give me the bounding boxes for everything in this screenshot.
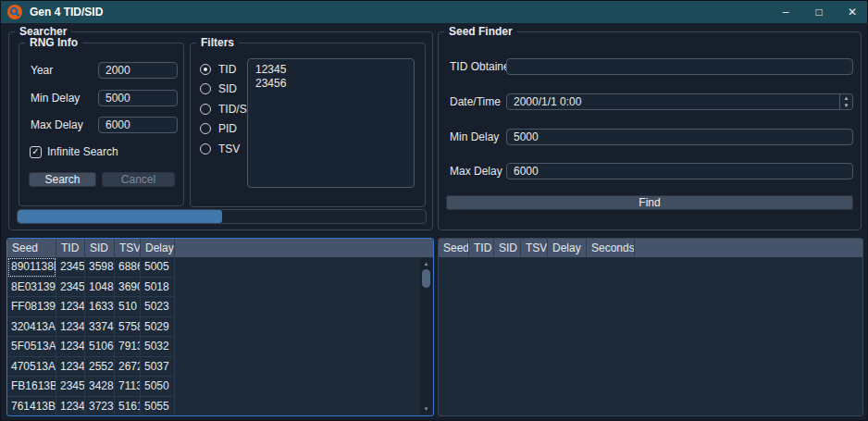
table-cell[interactable]: 23456 <box>56 257 85 278</box>
table-row[interactable]: FB1613BA234563428271135050 <box>7 377 433 397</box>
column-header-delay[interactable]: Delay <box>141 239 175 257</box>
table-cell[interactable]: 10481 <box>85 278 115 298</box>
radio-tid[interactable]: TID <box>200 63 236 76</box>
radio-sid-icon[interactable] <box>200 83 211 94</box>
table-cell[interactable]: 5758 <box>115 317 141 338</box>
min-delay-label: Min Delay <box>31 91 80 106</box>
table-cell[interactable]: 35989 <box>85 257 115 278</box>
close-button[interactable]: ✕ <box>836 1 868 23</box>
table-cell[interactable]: 12345 <box>56 337 85 357</box>
max-delay-input[interactable] <box>98 117 178 133</box>
table-cell[interactable]: 5037 <box>141 357 175 378</box>
table-cell[interactable]: 5032 <box>141 337 175 357</box>
table-cell[interactable]: 2672 <box>115 357 141 378</box>
column-header-sid[interactable]: SID <box>494 239 521 257</box>
table-cell[interactable]: 12345 <box>56 357 85 378</box>
radio-tsv[interactable]: TSV <box>200 142 240 155</box>
table-cell[interactable]: 8901138D <box>7 257 56 278</box>
table-cell[interactable]: 5050 <box>141 377 175 397</box>
column-header-seed[interactable]: Seed <box>439 239 469 257</box>
radio-pid-icon[interactable] <box>200 123 211 134</box>
year-input[interactable] <box>98 62 178 79</box>
table-cell[interactable]: 16333 <box>85 297 115 317</box>
scrollbar-thumb[interactable] <box>422 269 430 288</box>
table-row[interactable]: 320413A5123453374257585029 <box>7 317 433 338</box>
tid-obtained-input[interactable] <box>506 58 853 75</box>
table-cell[interactable]: 23456 <box>56 278 85 298</box>
table-cell[interactable]: 37232 <box>85 397 115 416</box>
header-filler <box>635 239 862 257</box>
find-button[interactable]: Find <box>446 195 853 210</box>
infinite-search-checkbox[interactable]: ✓ <box>30 146 42 158</box>
table-cell[interactable]: 510 <box>115 297 141 317</box>
table-row[interactable]: 8901138D234563598968865005 <box>7 257 433 278</box>
datetime-input[interactable] <box>506 93 853 110</box>
table-cell[interactable]: 12345 <box>56 397 85 416</box>
minimize-button[interactable]: – <box>769 1 802 23</box>
table-cell[interactable]: FF08139F <box>7 297 56 317</box>
table-cell[interactable]: 5018 <box>141 278 175 298</box>
radio-tid-icon[interactable] <box>200 64 211 75</box>
table-cell[interactable]: 8E03139A <box>7 278 56 298</box>
radio-tidsid-icon[interactable] <box>200 104 211 115</box>
table-cell[interactable]: 5005 <box>141 257 175 278</box>
radio-sid[interactable]: SID <box>200 82 237 95</box>
table-cell[interactable]: 51061 <box>85 337 115 357</box>
titlebar[interactable]: Gen 4 TID/SID – □ ✕ <box>1 1 868 23</box>
column-header-seed[interactable]: Seed <box>7 239 56 257</box>
table-cell[interactable]: 320413A5 <box>7 317 56 338</box>
table-cell[interactable]: 761413BF <box>7 397 56 416</box>
table-cell[interactable]: 34282 <box>85 377 115 397</box>
table-cell[interactable]: 5023 <box>141 297 175 317</box>
finder-max-delay-input[interactable] <box>506 163 853 180</box>
column-header-tid[interactable]: TID <box>56 239 85 257</box>
min-delay-input[interactable] <box>98 90 178 106</box>
cancel-button[interactable]: Cancel <box>102 172 175 187</box>
search-button[interactable]: Search <box>29 172 96 187</box>
searcher-results-body[interactable]: 8901138D2345635989688650058E03139A234561… <box>7 257 433 415</box>
column-header-tsv[interactable]: TSV <box>115 239 141 257</box>
radio-pid[interactable]: PID <box>200 122 237 135</box>
column-header-tid[interactable]: TID <box>469 239 494 257</box>
table-cell[interactable]: 12345 <box>56 297 85 317</box>
table-cell[interactable]: 3690 <box>115 278 141 298</box>
table-cell[interactable]: 5F0513A8 <box>7 337 56 357</box>
column-header-seconds[interactable]: Seconds <box>587 239 635 257</box>
table-row[interactable]: 5F0513A8123455106179135032 <box>7 337 433 357</box>
table-row[interactable]: FF08139F12345163335105023 <box>7 297 433 317</box>
column-header-delay[interactable]: Delay <box>548 239 587 257</box>
maximize-button[interactable]: □ <box>802 1 836 23</box>
table-cell[interactable]: 33742 <box>85 317 115 338</box>
scroll-up-icon[interactable]: ▲ <box>420 258 432 269</box>
filter-values-input[interactable]: 12345 23456 <box>247 58 415 188</box>
datetime-spinner[interactable]: ▲ ▼ <box>839 94 852 109</box>
table-cell[interactable]: 470513AD <box>7 357 56 378</box>
table-cell[interactable]: 6886 <box>115 257 141 278</box>
searcher-results-table[interactable]: Seed TID SID TSV Delay 8901138D234563598… <box>6 238 434 416</box>
column-header-sid[interactable]: SID <box>85 239 115 257</box>
infinite-search-checkbox-row[interactable]: ✓ Infinite Search <box>30 145 118 158</box>
table-cell[interactable]: 5055 <box>141 397 175 416</box>
table-cell[interactable]: 7113 <box>115 377 141 397</box>
datetime-field[interactable]: ▲ ▼ <box>506 93 853 110</box>
table-cell[interactable]: 12345 <box>56 317 85 338</box>
spin-down-icon[interactable]: ▼ <box>840 102 852 109</box>
finder-results-body[interactable] <box>439 257 862 415</box>
table-row[interactable]: 8E03139A234561048136905018 <box>7 278 433 298</box>
infinite-search-label: Infinite Search <box>47 145 118 158</box>
radio-tsv-icon[interactable] <box>200 143 211 155</box>
table-cell[interactable]: FB1613BA <box>7 377 56 397</box>
table-row[interactable]: 470513AD123452552926725037 <box>7 357 433 378</box>
finder-results-table[interactable]: Seed TID SID TSV Delay Seconds <box>438 238 863 416</box>
results-scrollbar[interactable]: ▲ ▼ <box>420 258 432 415</box>
column-header-tsv[interactable]: TSV <box>521 239 548 257</box>
table-cell[interactable]: 7913 <box>115 337 141 357</box>
table-cell[interactable]: 5029 <box>141 317 175 338</box>
scroll-down-icon[interactable]: ▼ <box>420 403 432 415</box>
table-cell[interactable]: 5161 <box>115 397 141 416</box>
table-row[interactable]: 761413BF123453723251615055 <box>7 397 433 416</box>
table-cell[interactable]: 25529 <box>85 357 115 378</box>
finder-min-delay-input[interactable] <box>506 129 853 145</box>
table-cell[interactable]: 23456 <box>56 377 85 397</box>
spin-up-icon[interactable]: ▲ <box>840 94 852 102</box>
